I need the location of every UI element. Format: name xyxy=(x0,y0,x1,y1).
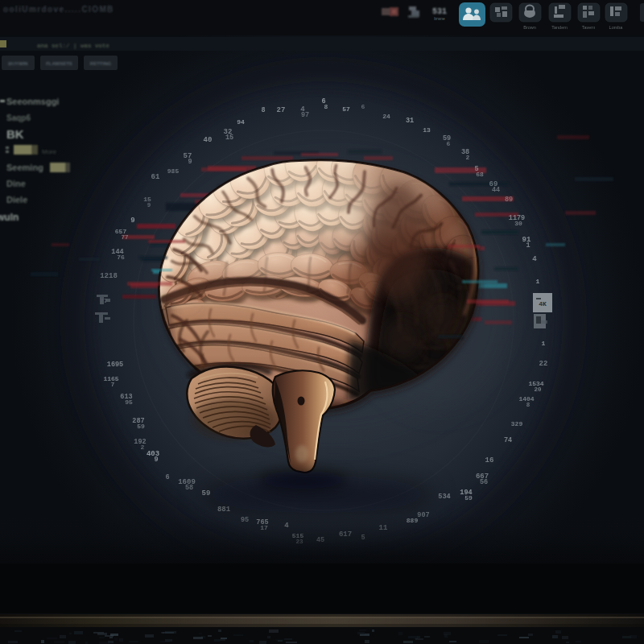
svg-text:wuln: wuln xyxy=(0,212,19,223)
svg-text:1: 1 xyxy=(542,340,546,347)
svg-text:20: 20 xyxy=(534,386,542,393)
svg-text:4: 4 xyxy=(532,255,537,263)
svg-text:2: 2 xyxy=(466,154,470,161)
svg-text:1: 1 xyxy=(536,278,540,285)
svg-text:44: 44 xyxy=(492,186,500,194)
svg-text:ooliUmrdove.....CIOMB: ooliUmrdove.....CIOMB xyxy=(3,5,114,14)
svg-text:ana sel:/ | was vote: ana sel:/ | was vote xyxy=(37,43,110,49)
svg-text:534: 534 xyxy=(438,493,450,501)
svg-text:881: 881 xyxy=(217,506,231,514)
svg-text:Seeming: Seeming xyxy=(6,163,43,172)
svg-text:24: 24 xyxy=(382,113,390,120)
svg-text:95: 95 xyxy=(125,398,133,406)
svg-text:8: 8 xyxy=(324,103,328,110)
svg-text:brwne: brwne xyxy=(434,16,445,21)
svg-text:9: 9 xyxy=(154,456,158,464)
svg-text:31: 31 xyxy=(406,117,414,125)
svg-text:8: 8 xyxy=(261,106,265,114)
svg-text:9: 9 xyxy=(188,158,192,166)
svg-text:89: 89 xyxy=(505,196,513,204)
svg-text:59: 59 xyxy=(137,423,145,430)
svg-text:22: 22 xyxy=(539,360,548,368)
svg-text:531: 531 xyxy=(432,7,447,16)
svg-text:6: 6 xyxy=(361,103,365,110)
svg-text:7: 7 xyxy=(111,382,115,388)
svg-text:13: 13 xyxy=(423,126,431,134)
svg-text:40: 40 xyxy=(204,136,213,144)
svg-text:74: 74 xyxy=(504,436,512,444)
svg-text:Brown: Brown xyxy=(523,25,536,30)
svg-text:Dine: Dine xyxy=(6,179,26,188)
svg-text:1218: 1218 xyxy=(100,272,118,280)
svg-text:6: 6 xyxy=(447,140,451,147)
svg-text:27: 27 xyxy=(277,106,286,114)
svg-text:15: 15 xyxy=(225,134,233,142)
svg-text:1695: 1695 xyxy=(107,361,123,369)
svg-text:329: 329 xyxy=(511,420,523,427)
svg-text:Tavern: Tavern xyxy=(582,25,596,30)
svg-text:97: 97 xyxy=(301,111,309,119)
svg-text:68: 68 xyxy=(476,171,484,178)
svg-text:77: 77 xyxy=(121,234,128,241)
svg-text:RETTING: RETTING xyxy=(90,61,112,66)
svg-text:BK: BK xyxy=(6,127,24,141)
svg-text:59: 59 xyxy=(464,494,473,502)
svg-text:Diele: Diele xyxy=(6,195,27,204)
svg-text:56: 56 xyxy=(480,478,488,486)
svg-text:30: 30 xyxy=(514,220,522,227)
svg-text:9: 9 xyxy=(130,217,134,225)
svg-text:9: 9 xyxy=(147,202,151,208)
svg-text:Saqp6: Saqp6 xyxy=(6,114,31,122)
svg-text:Seeonmsggi: Seeonmsggi xyxy=(6,97,59,106)
svg-text:61: 61 xyxy=(151,173,160,181)
svg-text:58: 58 xyxy=(185,484,193,492)
svg-text:4K: 4K xyxy=(539,300,547,308)
svg-text:16: 16 xyxy=(485,456,494,464)
svg-text:Tandem: Tandem xyxy=(551,25,568,30)
svg-text:57: 57 xyxy=(342,105,350,113)
svg-text:6: 6 xyxy=(165,473,169,481)
svg-text:BUYWIN: BUYWIN xyxy=(8,61,27,66)
svg-text:76: 76 xyxy=(117,254,125,261)
svg-text:94: 94 xyxy=(237,118,245,126)
svg-text:FLAWSETS: FLAWSETS xyxy=(46,61,72,66)
svg-text:8: 8 xyxy=(526,402,530,408)
svg-text:2: 2 xyxy=(141,444,145,451)
svg-text:985: 985 xyxy=(167,167,180,175)
svg-text:More: More xyxy=(42,148,57,155)
svg-text:Lomba: Lomba xyxy=(609,25,624,30)
svg-text:1: 1 xyxy=(526,242,530,250)
